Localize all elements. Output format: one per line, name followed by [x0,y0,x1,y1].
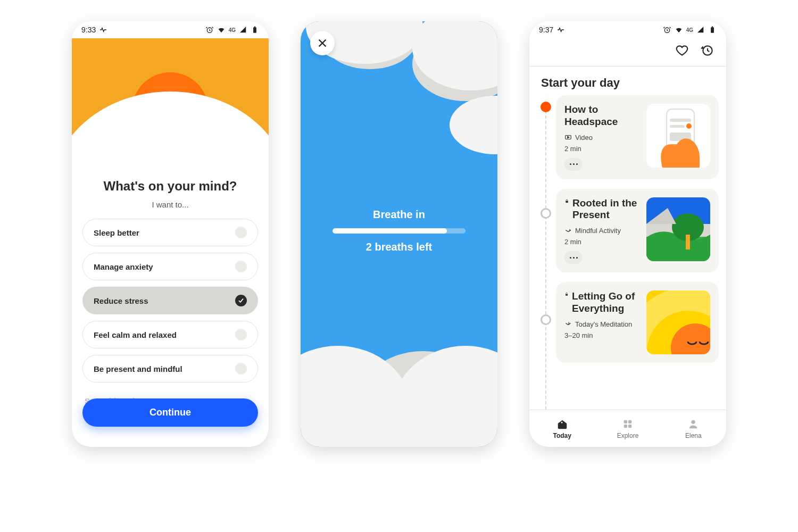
alarm-icon [205,26,214,34]
tab-explore[interactable]: Explore [595,410,660,447]
card-type: Mindful Activity [575,227,621,235]
svg-rect-21 [628,420,631,423]
grid-icon [622,418,634,430]
today-card-rooted-in-present[interactable]: Rooted in the Present Mindful Activity 2… [556,189,719,273]
tab-today[interactable]: Today [529,410,595,447]
continue-button[interactable]: Continue [82,398,258,427]
timeline-node [541,102,551,112]
hero-illustration [72,38,269,177]
user-icon [687,418,699,430]
lock-icon [564,197,569,205]
svg-point-19 [671,323,710,354]
timeline-track [545,105,546,410]
alarm-icon [663,26,671,34]
card-thumbnail [646,197,710,261]
wifi-icon [675,26,683,34]
home-icon [556,418,568,430]
close-button[interactable] [310,31,335,55]
card-type: Video [575,134,593,142]
status-time: 9:33 [81,26,96,34]
heart-rate-icon [556,26,565,34]
breathe-instruction: Breathe in [301,209,497,221]
video-icon [564,134,572,141]
battery-icon [251,26,259,34]
history-icon [701,44,714,57]
tab-profile[interactable]: Elena [661,410,726,447]
signal-icon [239,26,247,34]
option-label: Feel calm and relaxed [94,330,177,339]
more-button[interactable] [564,158,583,171]
onboarding-title: What's on your mind? [82,179,258,194]
option-label: Reduce stress [94,296,148,305]
svg-rect-5 [712,27,713,28]
timeline-node [541,314,551,325]
tab-label: Explore [617,432,639,439]
wifi-icon [217,26,226,34]
timeline-node [541,208,551,219]
card-title: Letting Go of Everything [572,290,640,315]
card-duration: 2 min [564,145,640,153]
breathe-progress [332,228,466,234]
svg-rect-17 [686,235,690,250]
activity-icon [564,227,572,235]
svg-point-24 [692,420,695,423]
svg-rect-9 [670,119,691,122]
option-feel-calm[interactable]: Feel calm and relaxed [82,321,258,348]
today-card-how-to-headspace[interactable]: How to Headspace Video 2 min [556,95,719,179]
more-button[interactable] [564,251,583,264]
option-label: Be present and mindful [94,364,182,373]
card-thumbnail [646,104,710,168]
heart-icon [675,44,689,57]
battery-icon [708,26,717,34]
svg-rect-1 [253,27,256,33]
lock-icon [564,290,569,298]
heart-rate-icon [99,26,107,34]
onboarding-screen: 9:33 4G What's on your mind? I want to..… [72,21,269,447]
history-button[interactable] [701,44,714,60]
radio-icon [235,329,247,340]
option-reduce-stress[interactable]: Reduce stress [82,287,258,314]
tab-label: Elena [685,432,702,439]
svg-rect-4 [711,27,714,33]
signal-icon [696,26,705,34]
radio-icon [235,227,247,238]
svg-rect-15 [566,201,568,202]
svg-rect-2 [254,27,255,28]
status-time: 9:37 [539,26,553,34]
tab-label: Today [553,432,571,439]
card-duration: 2 min [564,238,640,246]
onboarding-subtitle: I want to... [82,200,258,209]
radio-icon [235,261,247,272]
card-thumbnail [646,290,710,354]
tab-bar: Today Explore Elena [529,410,726,447]
today-screen: 9:37 4G Start your day How to [529,21,726,447]
svg-rect-18 [566,294,568,296]
status-bar: 9:33 4G [72,21,269,38]
svg-rect-23 [628,424,631,427]
favorites-button[interactable] [675,44,689,60]
breathe-screen: Breathe in 2 breaths left [301,21,497,447]
meditation-icon [564,320,572,328]
svg-rect-10 [670,125,685,128]
status-bar: 9:37 4G [529,21,726,38]
card-type: Today's Meditation [575,320,632,328]
radio-icon [235,363,247,375]
option-be-present[interactable]: Be present and mindful [82,355,258,383]
close-icon [317,37,328,49]
card-title: Rooted in the Present [572,197,640,222]
svg-point-11 [686,123,692,129]
breaths-remaining: 2 breaths left [301,241,497,253]
card-title: How to Headspace [564,104,640,128]
network-label: 4G [686,27,693,33]
network-label: 4G [229,27,236,33]
breathe-progress-fill [332,228,447,234]
option-manage-anxiety[interactable]: Manage anxiety [82,253,258,280]
option-label: Manage anxiety [94,262,153,271]
svg-rect-20 [624,420,627,423]
option-label: Sleep better [94,228,139,237]
svg-rect-22 [624,424,627,427]
card-duration: 3–20 min [564,331,640,339]
check-icon [235,295,247,306]
option-sleep-better[interactable]: Sleep better [82,219,258,246]
today-card-letting-go[interactable]: Letting Go of Everything Today's Meditat… [556,282,719,363]
